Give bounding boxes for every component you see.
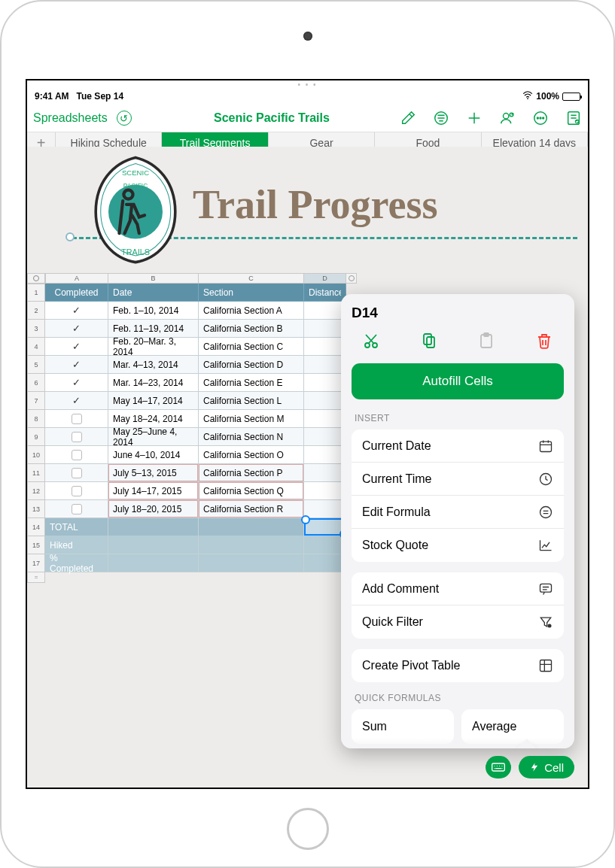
cell-section[interactable]: California Section Q [199, 482, 304, 500]
cell-distance[interactable] [304, 446, 346, 464]
insert-button[interactable] [466, 110, 483, 126]
quick-filter[interactable]: Quick Filter [352, 605, 564, 639]
row-header[interactable]: 4 [27, 338, 45, 356]
cell-date[interactable]: Mar. 4–13, 2014 [108, 356, 199, 374]
cell-completed[interactable]: ✓ [45, 302, 108, 320]
cell-distance[interactable] [304, 464, 346, 482]
row-header[interactable]: 12 [27, 482, 45, 500]
cell-section[interactable]: California Section R [199, 500, 304, 518]
cell-section[interactable]: California Section B [199, 320, 304, 338]
cell-completed[interactable]: ✓ [45, 320, 108, 338]
cell-date[interactable]: July 18–20, 2015 [108, 500, 199, 518]
footer-cell[interactable] [108, 536, 199, 554]
add-row-handle[interactable]: = [27, 572, 45, 583]
cell-distance[interactable] [304, 500, 346, 518]
insert-stock-quote[interactable]: Stock Quote [352, 529, 564, 562]
header-distance[interactable]: Distance [304, 284, 346, 302]
row-header[interactable]: 6 [27, 374, 45, 392]
row-header[interactable]: 5 [27, 356, 45, 374]
cell-completed[interactable] [45, 446, 108, 464]
cell-date[interactable]: July 14–17, 2015 [108, 482, 199, 500]
footer-cell[interactable] [199, 554, 304, 572]
create-pivot-table[interactable]: Create Pivot Table [352, 649, 564, 682]
organize-icon[interactable] [565, 110, 582, 126]
cell-distance[interactable] [304, 320, 346, 338]
cell-date[interactable]: Mar. 14–23, 2014 [108, 374, 199, 392]
cell-section[interactable]: California Section E [199, 374, 304, 392]
checkbox-empty[interactable] [72, 486, 82, 496]
cell-section[interactable]: California Section N [199, 428, 304, 446]
cell-section[interactable]: California Section C [199, 338, 304, 356]
row-header[interactable]: 15 [27, 536, 45, 554]
back-button[interactable]: Spreadsheets [33, 111, 108, 125]
cell-date[interactable]: May 14–17, 2014 [108, 392, 199, 410]
cell-completed[interactable]: ✓ [45, 374, 108, 392]
cell-distance[interactable] [304, 302, 346, 320]
footer-cell[interactable] [304, 554, 346, 572]
row-header[interactable]: 9 [27, 428, 45, 446]
keyboard-button[interactable] [486, 756, 511, 778]
footer-cell[interactable] [108, 554, 199, 572]
cell-distance[interactable] [304, 338, 346, 356]
cut-icon[interactable] [362, 332, 380, 353]
cell-date[interactable]: Feb. 1–10, 2014 [108, 302, 199, 320]
checkbox-empty[interactable] [72, 414, 82, 424]
cell-distance[interactable] [304, 482, 346, 500]
checkbox-empty[interactable] [72, 450, 82, 460]
cell-date[interactable]: Feb. 11–19, 2014 [108, 320, 199, 338]
more-icon[interactable] [532, 110, 549, 126]
cell-distance[interactable] [304, 428, 346, 446]
page-title[interactable]: Trail Progress [193, 181, 437, 228]
checkbox-empty[interactable] [72, 432, 82, 442]
header-date[interactable]: Date [108, 284, 199, 302]
cell-completed[interactable] [45, 500, 108, 518]
row-header[interactable]: 2 [27, 302, 45, 320]
collaborate-icon[interactable] [499, 110, 516, 126]
cell-date[interactable]: Feb. 20–Mar. 3, 2014 [108, 338, 199, 356]
row-header[interactable]: 14 [27, 518, 45, 536]
copy-icon[interactable] [420, 332, 438, 353]
cell-date[interactable]: May 25–June 4, 2014 [108, 428, 199, 446]
cell-completed[interactable] [45, 464, 108, 482]
insert-current-time[interactable]: Current Time [352, 463, 564, 496]
edit-formula[interactable]: Edit Formula [352, 496, 564, 529]
row-header[interactable]: 3 [27, 320, 45, 338]
document-title[interactable]: Scenic Pacific Trails [214, 111, 330, 125]
cell-completed[interactable] [45, 410, 108, 428]
column-header-c[interactable]: C [199, 273, 304, 284]
row-header[interactable]: 8 [27, 410, 45, 428]
autofill-button[interactable]: Autofill Cells [352, 363, 564, 399]
select-all-corner[interactable] [27, 273, 45, 284]
cell-distance[interactable] [304, 374, 346, 392]
cell-distance[interactable] [304, 356, 346, 374]
column-header-b[interactable]: B [108, 273, 199, 284]
delete-icon[interactable] [535, 332, 553, 353]
row-header[interactable]: 17 [27, 554, 45, 572]
filter-icon[interactable] [433, 110, 449, 126]
footer-label[interactable]: TOTAL [45, 518, 108, 536]
table-corner-handle[interactable] [65, 232, 75, 241]
column-header-a[interactable]: A [45, 273, 108, 284]
footer-label[interactable]: % Completed [45, 554, 108, 572]
insert-current-date[interactable]: Current Date [352, 429, 564, 463]
footer-cell[interactable] [304, 518, 346, 536]
cell-date[interactable]: July 5–13, 2015 [108, 464, 199, 482]
cell-distance[interactable] [304, 392, 346, 410]
cell-date[interactable]: June 4–10, 2014 [108, 446, 199, 464]
checkbox-empty[interactable] [72, 468, 82, 478]
footer-cell[interactable] [199, 536, 304, 554]
cell-date[interactable]: May 18–24, 2014 [108, 410, 199, 428]
cell-completed[interactable]: ✓ [45, 392, 108, 410]
cell-completed[interactable]: ✓ [45, 338, 108, 356]
row-header[interactable]: 11 [27, 464, 45, 482]
undo-button[interactable]: ↺ [117, 111, 132, 126]
checkbox-empty[interactable] [72, 504, 82, 514]
format-brush-icon[interactable] [400, 110, 416, 126]
cell-completed[interactable] [45, 482, 108, 500]
row-header-1[interactable]: 1 [27, 284, 45, 302]
cell-mode-button[interactable]: Cell [519, 756, 574, 778]
row-header[interactable]: 7 [27, 392, 45, 410]
cell-distance[interactable] [304, 410, 346, 428]
cell-section[interactable]: California Section D [199, 356, 304, 374]
header-section[interactable]: Section [199, 284, 304, 302]
